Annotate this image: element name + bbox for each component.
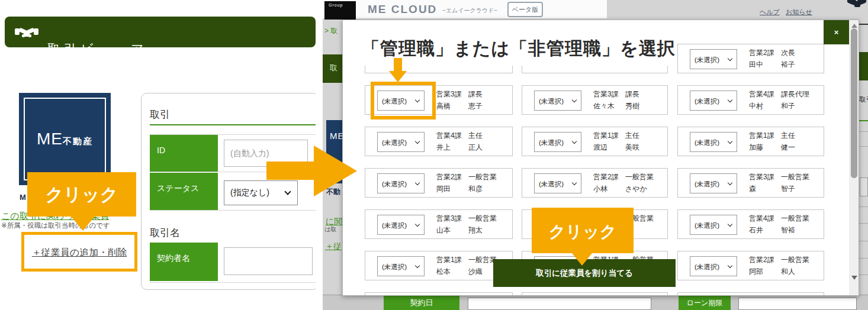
employee-first-name: 翔太 bbox=[468, 225, 483, 235]
loan-term-label: ローン期限 bbox=[679, 296, 731, 310]
role-select[interactable]: (未選択) bbox=[377, 256, 425, 276]
employee-row: (未選択)営業1課主任加藤健一 bbox=[677, 127, 824, 156]
scroll-down-icon[interactable] bbox=[851, 276, 857, 280]
employee-last-name: 高橋 bbox=[436, 101, 451, 111]
company-logo: ME不動産 bbox=[19, 93, 111, 185]
employee-department: 営業4課 bbox=[436, 131, 462, 141]
role-select-value: (未選択) bbox=[539, 180, 564, 189]
role-select[interactable]: (未選択) bbox=[690, 256, 737, 276]
employee-last-name: 加藤 bbox=[749, 143, 763, 153]
role-select-value: (未選択) bbox=[382, 263, 407, 272]
chevron-down-icon bbox=[415, 180, 420, 185]
chevron-down-icon bbox=[728, 139, 732, 144]
contract-date-label: 契約日 bbox=[384, 296, 459, 310]
contract-date-input[interactable] bbox=[468, 298, 651, 310]
employee-position: 主任 bbox=[468, 131, 483, 141]
employee-department: 営業4課 bbox=[749, 89, 774, 99]
chevron-down-icon bbox=[572, 180, 577, 185]
role-select[interactable]: (未選択) bbox=[377, 215, 425, 235]
bg-line bbox=[859, 146, 868, 147]
employee-department: 営業3課 bbox=[749, 172, 774, 182]
employee-last-name: 小林 bbox=[593, 184, 607, 194]
employee-department: 営業4課 bbox=[749, 214, 774, 224]
group-logo: Group bbox=[324, 1, 356, 20]
employee-position: 課長代理 bbox=[781, 89, 809, 99]
role-select[interactable]: (未選択) bbox=[690, 132, 737, 152]
employee-position: 一般営業 bbox=[625, 172, 654, 182]
role-select-value: (未選択) bbox=[382, 221, 407, 230]
modal-close-button[interactable]: × bbox=[824, 20, 849, 44]
news-link[interactable]: お知らせ bbox=[786, 8, 812, 17]
employee-position: 一般営業 bbox=[781, 255, 809, 265]
click-callout-left: クリック bbox=[27, 172, 136, 217]
employee-position: 一般営業 bbox=[781, 172, 809, 182]
scroll-up-icon[interactable] bbox=[851, 24, 857, 28]
logo-rest-text: 不動産 bbox=[63, 136, 93, 146]
role-select[interactable]: (未選択) bbox=[690, 215, 737, 235]
big-right-arrow-annotation bbox=[266, 144, 361, 199]
bg-note-fragment: は取 bbox=[324, 225, 336, 234]
contractor-input[interactable] bbox=[224, 247, 313, 275]
brand-subtitle: −エムイークラウド− bbox=[442, 7, 497, 15]
role-select[interactable]: (未選択) bbox=[690, 49, 737, 69]
add-remove-employees-link[interactable]: ＋従業員の追加・削除 bbox=[24, 247, 134, 259]
employee-select-modal: (未選択)営業3課課長高橋恵子(未選択)営業4課主任井上正人(未選択)営業2課一… bbox=[342, 20, 859, 296]
employee-first-name: 和彦 bbox=[468, 184, 483, 194]
bg-line bbox=[859, 24, 868, 25]
employee-first-name: 裕子 bbox=[781, 60, 795, 70]
role-select-value: (未選択) bbox=[695, 138, 719, 147]
chevron-down-icon bbox=[728, 98, 732, 102]
scrollbar-thumb[interactable] bbox=[851, 28, 857, 178]
add-remove-highlight-box: ＋従業員の追加・削除 bbox=[21, 232, 137, 272]
role-select-value: (未選択) bbox=[382, 138, 407, 147]
employee-first-name: 沙織 bbox=[468, 267, 483, 277]
role-select[interactable]: (未選択) bbox=[534, 173, 581, 193]
employee-row: (未選択)営業4課課長代理中村和子 bbox=[677, 85, 824, 115]
employee-position: 課長 bbox=[625, 89, 639, 99]
role-select[interactable]: (未選択) bbox=[534, 91, 581, 111]
role-select[interactable]: (未選択) bbox=[690, 91, 737, 111]
role-select[interactable]: (未選択) bbox=[377, 173, 425, 193]
employee-department: 営業3課 bbox=[436, 89, 462, 99]
loan-term-input[interactable] bbox=[738, 298, 857, 310]
employee-row: (未選択)営業2課一般営業小林さやか bbox=[522, 168, 668, 198]
employee-position: 課長 bbox=[468, 89, 483, 99]
role-select[interactable]: (未選択) bbox=[534, 132, 581, 152]
logo-caption-fragment: M bbox=[20, 193, 26, 202]
employee-first-name: 健一 bbox=[781, 143, 795, 153]
employee-first-name: 秀樹 bbox=[625, 101, 639, 111]
employee-row: (未選択)営業1課一般営業松本沙織 bbox=[365, 251, 513, 280]
employee-row: (未選択)営業4課主任井上正人 bbox=[365, 127, 513, 156]
employee-position: 一般営業 bbox=[468, 214, 497, 224]
close-icon: × bbox=[834, 28, 839, 37]
role-select[interactable]: (未選択) bbox=[690, 173, 737, 193]
employee-last-name: 森 bbox=[749, 184, 756, 194]
help-link[interactable]: ヘルプ bbox=[760, 8, 780, 17]
breadcrumb: > 取 bbox=[324, 26, 337, 36]
employee-row: (未選択)営業4課一般営業石井智裕 bbox=[677, 209, 824, 239]
chevron-down-icon bbox=[728, 222, 732, 227]
role-select[interactable]: (未選択) bbox=[377, 132, 425, 152]
handshake-icon bbox=[14, 24, 39, 40]
beta-badge: ベータ版 bbox=[507, 2, 543, 17]
employee-row: (未選択)営業1課主任渡辺美咲 bbox=[522, 127, 668, 156]
form-section-title: 取引 bbox=[150, 108, 170, 121]
role-select-value: (未選択) bbox=[382, 180, 407, 189]
role-select-value: (未選択) bbox=[695, 263, 719, 272]
employee-position: 主任 bbox=[781, 131, 795, 141]
employee-row: (未選択)営業2課一般営業阿部和人 bbox=[677, 251, 824, 280]
employee-first-name: 和子 bbox=[781, 101, 795, 111]
chevron-down-icon bbox=[415, 263, 420, 268]
employee-position: 次長 bbox=[781, 48, 795, 58]
employee-row: (未選択)営業3課一般営業山本翔太 bbox=[365, 209, 513, 239]
employee-last-name: 佐々木 bbox=[593, 101, 615, 111]
employee-position: 一般営業 bbox=[781, 214, 809, 224]
employee-row: (未選択)営業2課次長田中裕子 bbox=[677, 44, 824, 73]
employee-position: 主任 bbox=[625, 131, 639, 141]
employee-position: 一般営業 bbox=[468, 172, 497, 182]
modal-scrollbar[interactable] bbox=[849, 20, 859, 296]
contractor-label: 契約者名 bbox=[157, 253, 190, 264]
bg-add-link-fragment: ＋従 bbox=[325, 241, 342, 252]
employee-row bbox=[365, 292, 513, 296]
employee-last-name: 阿部 bbox=[749, 267, 763, 277]
